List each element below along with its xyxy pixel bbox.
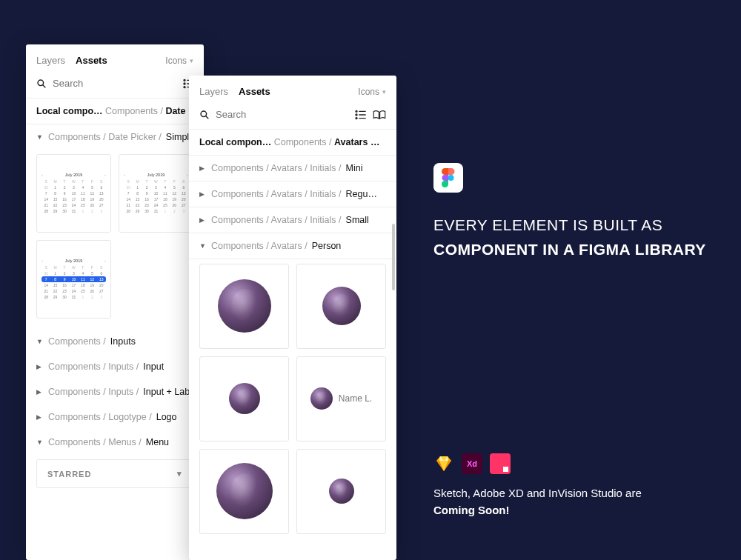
tab-layers[interactable]: Layers xyxy=(36,55,65,66)
avatar xyxy=(229,383,260,414)
component-section[interactable]: ▶Components / Logotype / Logo xyxy=(26,404,204,430)
triangle-right-icon: ▶ xyxy=(36,363,44,370)
breadcrumb-label: Local compon… xyxy=(199,137,271,147)
coming-soon-line2: Coming Soon! xyxy=(433,504,509,516)
triangle-down-icon: ▼ xyxy=(36,338,44,345)
starred-label: STARRED xyxy=(47,470,91,479)
page-selector-label: Icons xyxy=(358,87,379,97)
search-input[interactable] xyxy=(216,109,349,120)
invision-icon xyxy=(490,453,511,474)
svg-point-9 xyxy=(184,79,185,81)
breadcrumb-path-em: Date xyxy=(165,106,185,116)
component-section[interactable]: ▶Components / Avatars / Initials / Mini xyxy=(189,156,396,181)
scrollbar-thumb[interactable] xyxy=(392,224,395,290)
tab-layers[interactable]: Layers xyxy=(199,86,228,97)
search-row xyxy=(26,73,204,98)
panel-tabs: Layers Assets Icons ▾ xyxy=(189,76,396,104)
avatar-grid: Name L. xyxy=(189,259,396,544)
triangle-right-icon: ▶ xyxy=(199,216,207,224)
avatar xyxy=(218,279,271,333)
triangle-right-icon: ▶ xyxy=(36,413,44,421)
breadcrumb-path-dim: Components / xyxy=(105,106,165,116)
svg-line-16 xyxy=(206,116,209,119)
tab-assets[interactable]: Assets xyxy=(239,86,270,97)
component-thumb[interactable] xyxy=(296,449,386,534)
component-thumb[interactable]: ‹July 2019›SMTWTFS3012345678910111213141… xyxy=(119,154,193,233)
breadcrumb-label: Local compo… xyxy=(36,106,103,116)
library-icon[interactable] xyxy=(373,110,386,120)
component-thumb[interactable] xyxy=(199,356,289,441)
headline-plain: Every element is built as xyxy=(433,216,662,233)
page-selector-label: Icons xyxy=(165,56,187,66)
adobe-xd-icon: Xd xyxy=(462,453,482,474)
triangle-down-icon: ▼ xyxy=(199,242,207,250)
component-thumb[interactable]: ‹July 2019›SMTWTFS3012345678910111213141… xyxy=(36,240,111,319)
breadcrumb-row[interactable]: Local compon… Components / Avatars … xyxy=(189,129,396,156)
page-selector[interactable]: Icons ▾ xyxy=(358,87,386,97)
chevron-down-icon: ▾ xyxy=(382,88,386,96)
sketch-icon xyxy=(433,453,454,474)
coming-soon-block: Xd Sketch, Adobe XD and InVision Studio … xyxy=(433,453,730,519)
component-section[interactable]: ▼Components / Inputs xyxy=(26,329,204,354)
search-row xyxy=(189,104,396,129)
triangle-down-icon: ▼ xyxy=(36,133,44,141)
component-section[interactable]: ▶Components / Inputs / Input xyxy=(26,354,204,379)
component-thumb[interactable] xyxy=(199,449,289,534)
search-input[interactable] xyxy=(53,78,177,89)
avatar-label: Name L. xyxy=(339,393,372,404)
avatar xyxy=(329,479,354,504)
section-datepicker[interactable]: ▼ Components / Date Picker / Simpl xyxy=(26,124,204,150)
marketing-headline: Every element is built as component in a… xyxy=(433,163,715,261)
triangle-right-icon: ▶ xyxy=(199,164,207,172)
coming-soon-app-icons: Xd xyxy=(433,453,730,474)
chevron-down-icon: ▾ xyxy=(177,469,182,479)
assets-panel-front: Layers Assets Icons ▾ Local compon… Comp… xyxy=(189,76,396,560)
search-icon[interactable] xyxy=(36,79,47,89)
chevron-down-icon: ▾ xyxy=(190,57,193,64)
avatar xyxy=(322,287,361,325)
assets-panel-back: Layers Assets Icons ▾ Local compo… Compo… xyxy=(26,44,204,560)
svg-point-21 xyxy=(356,117,357,119)
tab-assets[interactable]: Assets xyxy=(76,55,107,66)
avatar xyxy=(310,387,333,410)
panel-tabs: Layers Assets Icons ▾ xyxy=(26,44,204,73)
component-section[interactable]: ▶Components / Avatars / Initials / Small xyxy=(189,207,396,233)
svg-point-0 xyxy=(448,175,454,181)
svg-point-17 xyxy=(356,110,357,112)
component-section[interactable]: ▶Components / Avatars / Initials / Regu… xyxy=(189,181,396,207)
starred-dropdown[interactable]: STARRED ▾ xyxy=(36,459,193,488)
component-thumb[interactable] xyxy=(199,264,289,349)
component-section[interactable]: ▶Components / Inputs / Input + Lab xyxy=(26,379,204,404)
datepicker-grid: ‹July 2019›SMTWTFS3012345678910111213141… xyxy=(26,150,204,329)
svg-point-15 xyxy=(201,111,207,117)
breadcrumb-path-dim: Components / xyxy=(274,137,334,147)
svg-point-19 xyxy=(356,114,357,116)
search-icon[interactable] xyxy=(199,110,210,120)
svg-point-11 xyxy=(184,83,185,84)
triangle-right-icon: ▶ xyxy=(36,388,44,396)
breadcrumb-path-em: Avatars … xyxy=(334,137,379,147)
figma-logo-badge xyxy=(433,163,463,193)
component-thumb[interactable] xyxy=(296,264,386,349)
headline-text: Every element is built as component in a… xyxy=(433,213,715,261)
list-view-icon[interactable] xyxy=(355,110,367,120)
coming-soon-line1: Sketch, Adobe XD and InVision Studio are xyxy=(433,487,642,499)
triangle-right-icon: ▶ xyxy=(199,190,207,198)
coming-soon-text: Sketch, Adobe XD and InVision Studio are… xyxy=(433,484,730,519)
triangle-down-icon: ▼ xyxy=(36,439,44,446)
breadcrumb-row[interactable]: Local compo… Components / Date xyxy=(26,98,204,124)
svg-line-8 xyxy=(43,84,46,87)
svg-point-13 xyxy=(184,86,185,87)
component-section[interactable]: ▼Components / Menus / Menu xyxy=(26,430,204,455)
headline-bold: component in a Figma library xyxy=(433,241,706,258)
svg-point-7 xyxy=(38,80,44,86)
page-selector[interactable]: Icons ▾ xyxy=(165,56,193,66)
component-thumb[interactable]: Name L. xyxy=(296,356,386,441)
avatar xyxy=(216,463,273,519)
component-section[interactable]: ▼Components / Avatars / Person xyxy=(189,233,396,259)
figma-logo-icon xyxy=(442,168,455,187)
component-thumb[interactable]: ‹July 2019›SMTWTFS3012345678910111213141… xyxy=(36,154,111,233)
